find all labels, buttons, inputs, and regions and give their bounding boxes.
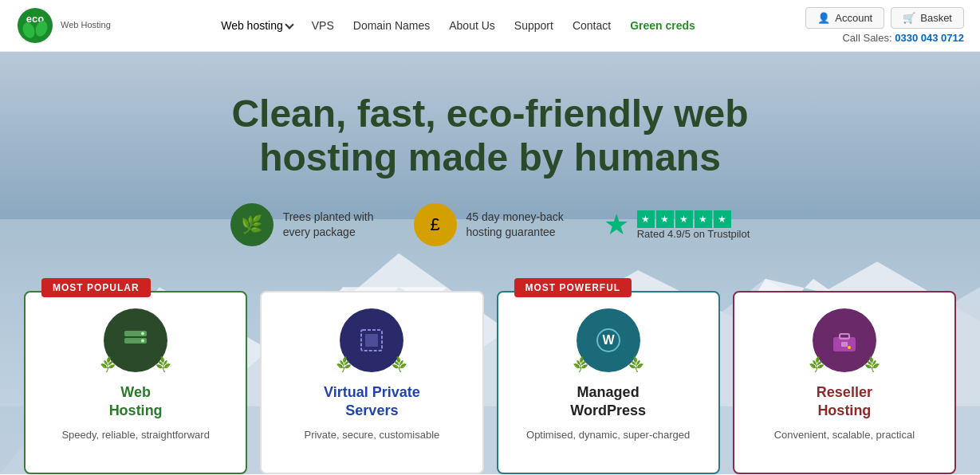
nav-support[interactable]: Support <box>514 19 553 32</box>
pound-icon: £ <box>414 203 457 246</box>
feature-guarantee: £ 45 day money-back hosting guarantee <box>414 203 564 246</box>
svg-rect-16 <box>365 334 378 347</box>
feature-trees-text: Trees planted with every package <box>283 210 374 241</box>
tp-star-5: ★ <box>714 210 731 228</box>
reseller-title: ResellerHosting <box>747 383 942 421</box>
web-hosting-title: WebHosting <box>38 383 233 421</box>
tp-star-4: ★ <box>695 210 712 228</box>
nav-vps[interactable]: VPS <box>312 19 334 32</box>
card-vps[interactable]: Virtual PrivateServers Private, secure, … <box>260 291 483 474</box>
tree-icon: 🌿 <box>230 203 274 246</box>
basket-icon: 🛒 <box>903 12 915 24</box>
wordpress-wp-icon: W <box>594 326 623 355</box>
web-hosting-icon <box>104 308 167 372</box>
trustpilot-big-star: ★ <box>604 208 629 241</box>
header-buttons: 👤 Account 🛒 Basket <box>805 7 964 29</box>
reseller-icon <box>813 308 876 372</box>
cards-section: MOST POPULAR WebHosting Speedy, reliable… <box>0 291 980 474</box>
call-number[interactable]: 0330 043 0712 <box>895 32 964 44</box>
wordpress-icon: W <box>577 308 640 372</box>
eco-logo[interactable]: eco <box>16 6 54 45</box>
feature-trees: 🌿 Trees planted with every package <box>230 203 374 246</box>
hero-content: Clean, fast, eco-friendly web hosting ma… <box>0 52 980 246</box>
web-hosting-arrow <box>285 20 293 29</box>
vps-desc: Private, secure, customisable <box>274 427 469 443</box>
account-icon: 👤 <box>817 12 830 24</box>
nav-about-us[interactable]: About Us <box>449 19 495 32</box>
server-icon <box>121 326 150 355</box>
wordpress-desc: Optimised, dynamic, super-charged <box>511 427 706 443</box>
vps-title: Virtual PrivateServers <box>274 383 469 421</box>
tp-star-2: ★ <box>656 210 674 228</box>
svg-rect-21 <box>841 342 848 347</box>
card-wordpress[interactable]: MOST POWERFUL W ManagedWordPress Optimis… <box>497 291 720 474</box>
hero-title: Clean, fast, eco-friendly web hosting ma… <box>0 92 980 179</box>
svg-point-13 <box>141 332 144 336</box>
web-hosting-desc: Speedy, reliable, straightforward <box>38 427 233 443</box>
trustpilot-rating-text: Rated 4.9/5 on Trustpilot <box>637 228 750 240</box>
trustpilot-area: ★ ★ ★ ★ ★ ★ Rated 4.9/5 on Trustpilot <box>604 203 750 246</box>
web-hosting-icon-wrap <box>38 308 233 372</box>
account-label: Account <box>835 12 872 24</box>
tp-star-1: ★ <box>637 210 655 228</box>
trustpilot-stars-group: ★ ★ ★ ★ ★ Rated 4.9/5 on Trustpilot <box>637 210 750 240</box>
trustpilot-stars: ★ ★ ★ ★ ★ <box>637 210 750 228</box>
call-label: Call Sales: <box>842 32 891 44</box>
vps-icon <box>340 308 403 372</box>
main-nav: Web hosting VPS Domain Names About Us Su… <box>221 19 695 32</box>
cards-row: MOST POPULAR WebHosting Speedy, reliable… <box>24 291 956 474</box>
feature-guarantee-text: 45 day money-back hosting guarantee <box>466 210 564 241</box>
vps-icon-wrap <box>274 308 469 372</box>
reseller-desc: Convenient, scalable, practical <box>747 427 942 443</box>
card-reseller[interactable]: ResellerHosting Convenient, scalable, pr… <box>733 291 956 474</box>
logo-subtext: Web Hosting <box>61 20 111 30</box>
svg-point-14 <box>141 340 144 343</box>
svg-point-22 <box>848 346 851 349</box>
vps-server-icon <box>357 326 386 355</box>
svg-text:W: W <box>602 333 615 347</box>
briefcase-icon <box>830 326 859 355</box>
account-button[interactable]: 👤 Account <box>805 7 884 29</box>
header: eco Web Hosting Web hosting VPS Domain N… <box>0 0 980 52</box>
tp-star-3: ★ <box>675 210 693 228</box>
svg-rect-20 <box>840 334 849 339</box>
nav-domain-names[interactable]: Domain Names <box>353 19 430 32</box>
header-right: 👤 Account 🛒 Basket Call Sales: 0330 043 … <box>805 7 964 44</box>
nav-web-hosting[interactable]: Web hosting <box>221 19 293 32</box>
wordpress-icon-wrap: W <box>511 308 706 372</box>
card-web-hosting[interactable]: MOST POPULAR WebHosting Speedy, reliable… <box>24 291 247 474</box>
most-popular-badge: MOST POPULAR <box>41 278 151 297</box>
hero-features: 🌿 Trees planted with every package £ 45 … <box>0 203 980 246</box>
logo-area: eco Web Hosting <box>16 6 111 45</box>
hero-section: Clean, fast, eco-friendly web hosting ma… <box>0 52 980 474</box>
basket-button[interactable]: 🛒 Basket <box>891 7 964 29</box>
nav-contact[interactable]: Contact <box>573 19 611 32</box>
reseller-icon-wrap <box>747 308 942 372</box>
wordpress-title: ManagedWordPress <box>511 383 706 421</box>
nav-green-creds[interactable]: Green creds <box>630 19 695 32</box>
most-powerful-badge: MOST POWERFUL <box>514 278 632 297</box>
basket-label: Basket <box>920 12 952 24</box>
call-sales: Call Sales: 0330 043 0712 <box>842 32 964 44</box>
